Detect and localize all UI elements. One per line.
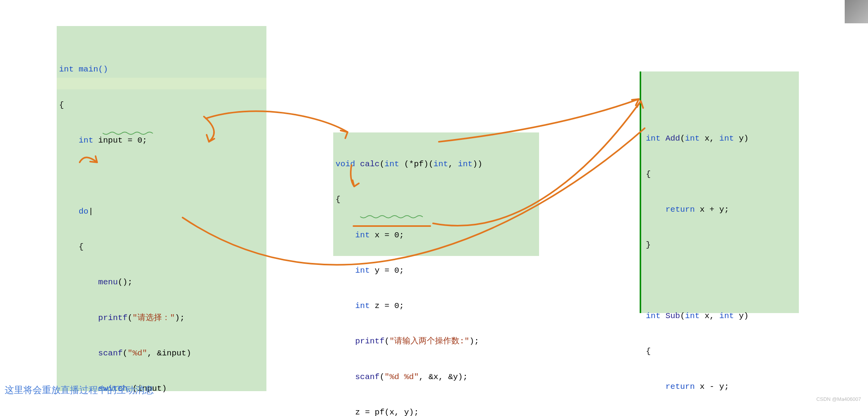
code-line: { bbox=[59, 241, 265, 253]
code-line: int Add(int x, int y) bbox=[646, 133, 797, 144]
code-block-main: int main() { int input = 0; do| { menu()… bbox=[57, 26, 266, 391]
watermark: CSDN @Ma406007 bbox=[816, 396, 861, 402]
code-line: scanf("%d", &input) bbox=[59, 348, 265, 359]
code-line: do| bbox=[59, 206, 265, 218]
code-line: { bbox=[646, 169, 797, 180]
code-line: } bbox=[646, 239, 797, 251]
code-line: scanf("%d %d", &x, &y); bbox=[336, 371, 537, 383]
code-line: { bbox=[646, 346, 797, 357]
code-line bbox=[646, 275, 797, 286]
code-line: int y = 0; bbox=[336, 265, 537, 277]
code-line: return x - y; bbox=[646, 381, 797, 393]
code-block-ops: int Add(int x, int y) { return x + y; } … bbox=[640, 71, 799, 313]
current-line-highlight bbox=[57, 78, 266, 89]
code-block-calc: void calc(int (*pf)(int, int)) { int x =… bbox=[333, 132, 539, 256]
code-line: { bbox=[59, 99, 265, 111]
code-line: { bbox=[336, 194, 537, 205]
code-line: int Sub(int x, int y) bbox=[646, 310, 797, 322]
replay-message: 这里将会重放直播过程中的互动消息 bbox=[5, 384, 154, 396]
code-line: z = pf(x, y); bbox=[336, 407, 537, 416]
thumbnail-preview bbox=[845, 0, 868, 23]
code-line: void calc(int (*pf)(int, int)) bbox=[336, 158, 537, 170]
change-gutter bbox=[640, 71, 641, 313]
code-line: menu(); bbox=[59, 277, 265, 288]
code-line: int main() bbox=[59, 64, 265, 75]
code-line: int x = 0; bbox=[336, 230, 537, 241]
code-line bbox=[59, 170, 265, 182]
code-line: printf("请选择："); bbox=[59, 312, 265, 324]
code-line: printf("请输入两个操作数:"); bbox=[336, 336, 537, 347]
code-line: int input = 0; bbox=[59, 135, 265, 146]
code-line: return x + y; bbox=[646, 204, 797, 216]
code-line: int z = 0; bbox=[336, 300, 537, 312]
